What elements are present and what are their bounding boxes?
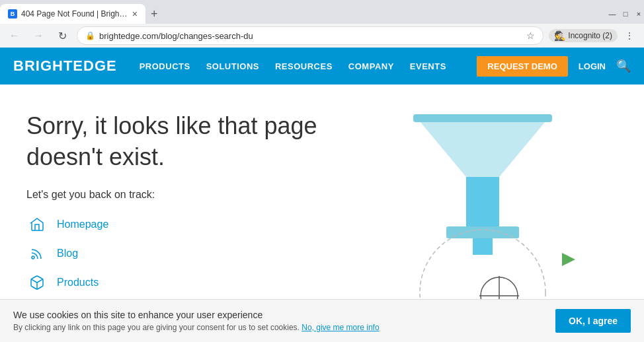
new-tab-button[interactable]: + [145, 7, 163, 21]
svg-rect-8 [446, 226, 519, 238]
list-item[interactable]: Products [26, 272, 357, 293]
tab-favicon: B [8, 9, 17, 18]
incognito-badge: 🕵 Incognito (2) [549, 29, 618, 42]
svg-marker-3 [417, 118, 549, 177]
right-illustration [357, 111, 608, 322]
svg-marker-14 [562, 253, 575, 266]
tab-bar: B 404 Page Not Found | BrightEdge... × +… [0, 0, 644, 24]
window-controls: — □ × [607, 9, 644, 19]
nav-right: REQUEST DEMO LOGIN 🔍 [477, 56, 631, 77]
cookie-banner: We use cookies on this site to enhance y… [0, 299, 644, 335]
incognito-label: Incognito (2) [568, 31, 612, 40]
rss-icon [26, 243, 48, 264]
error-heading: Sorry, it looks like that page doesn't e… [26, 111, 357, 173]
home-icon [26, 214, 48, 235]
nav-products[interactable]: PRODUCTS [140, 61, 190, 71]
main-content: Sorry, it looks like that page doesn't e… [0, 85, 644, 335]
tab-title: 404 Page Not Found | BrightEdge... [21, 9, 128, 18]
back-button[interactable]: ← [5, 26, 24, 45]
extensions-area: 🕵 Incognito (2) ⋮ [549, 26, 639, 45]
cookie-title: We use cookies on this site to enhance y… [13, 310, 542, 320]
left-content: Sorry, it looks like that page doesn't e… [26, 111, 357, 322]
login-link[interactable]: LOGIN [579, 61, 606, 71]
cookie-description: By clicking any link on this page you ar… [13, 323, 542, 332]
address-bar[interactable]: 🔒 brightedge.com/blog/changes-search-du … [77, 26, 543, 45]
nav-links: PRODUCTS SOLUTIONS RESOURCES COMPANY EVE… [140, 61, 462, 71]
lock-icon: 🔒 [85, 31, 95, 40]
list-item[interactable]: Homepage [26, 214, 357, 235]
cookie-text-area: We use cookies on this site to enhance y… [13, 310, 542, 332]
svg-rect-7 [466, 177, 499, 230]
tab-close-button[interactable]: × [132, 9, 138, 19]
list-item[interactable]: Blog [26, 243, 357, 264]
cookie-agree-button[interactable]: OK, I agree [555, 309, 631, 333]
website: BRIGHTEDGE PRODUCTS SOLUTIONS RESOURCES … [0, 48, 644, 335]
incognito-icon: 🕵 [554, 30, 565, 41]
logo: BRIGHTEDGE [13, 57, 117, 75]
browser-chrome: B 404 Page Not Found | BrightEdge... × +… [0, 0, 644, 48]
search-icon[interactable]: 🔍 [616, 59, 631, 73]
restore-button[interactable]: □ [620, 9, 631, 19]
site-nav: BRIGHTEDGE PRODUCTS SOLUTIONS RESOURCES … [0, 48, 644, 85]
homepage-link[interactable]: Homepage [57, 219, 108, 230]
forward-button[interactable]: → [29, 26, 48, 45]
close-button[interactable]: × [633, 9, 644, 19]
box-icon [26, 272, 48, 293]
blog-link[interactable]: Blog [57, 248, 78, 259]
bookmark-icon[interactable]: ☆ [526, 30, 535, 41]
url-text: brightedge.com/blog/changes-search-du [99, 31, 522, 41]
nav-events[interactable]: EVENTS [410, 61, 446, 71]
svg-rect-9 [473, 238, 493, 255]
track-text: Let's get you back on track: [26, 189, 357, 201]
cookie-more-info-link[interactable]: No, give me more info [302, 323, 379, 332]
nav-resources[interactable]: RESOURCES [275, 61, 333, 71]
extensions-icon[interactable]: ⋮ [620, 26, 639, 45]
reload-button[interactable]: ↻ [53, 26, 71, 45]
nav-company[interactable]: COMPANY [348, 61, 394, 71]
funnel-illustration [370, 111, 595, 322]
active-tab[interactable]: B 404 Page Not Found | BrightEdge... × [0, 4, 145, 24]
browser-controls: ← → ↻ 🔒 brightedge.com/blog/changes-sear… [0, 24, 644, 48]
svg-rect-6 [413, 114, 552, 122]
products-link[interactable]: Products [57, 277, 99, 289]
nav-solutions[interactable]: SOLUTIONS [206, 61, 259, 71]
request-demo-button[interactable]: REQUEST DEMO [477, 56, 567, 77]
minimize-button[interactable]: — [607, 9, 618, 19]
svg-point-0 [32, 256, 34, 259]
